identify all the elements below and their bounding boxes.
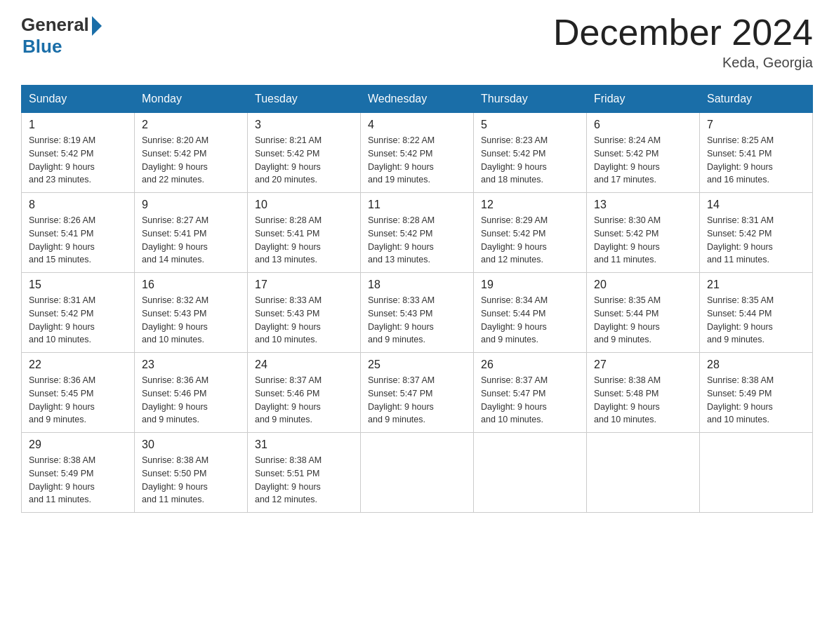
calendar-cell: 14Sunrise: 8:31 AM Sunset: 5:42 PM Dayli…	[700, 193, 813, 273]
day-info: Sunrise: 8:38 AM Sunset: 5:51 PM Dayligh…	[255, 454, 353, 507]
day-number: 19	[481, 279, 579, 291]
day-number: 24	[255, 358, 353, 371]
calendar-cell: 6Sunrise: 8:24 AM Sunset: 5:42 PM Daylig…	[587, 113, 700, 193]
calendar-week-row: 15Sunrise: 8:31 AM Sunset: 5:42 PM Dayli…	[22, 273, 813, 353]
day-number: 1	[29, 119, 127, 131]
day-info: Sunrise: 8:31 AM Sunset: 5:42 PM Dayligh…	[29, 294, 127, 347]
day-info: Sunrise: 8:19 AM Sunset: 5:42 PM Dayligh…	[29, 134, 127, 187]
calendar-cell: 11Sunrise: 8:28 AM Sunset: 5:42 PM Dayli…	[361, 193, 474, 273]
day-info: Sunrise: 8:35 AM Sunset: 5:44 PM Dayligh…	[594, 294, 692, 347]
calendar-cell: 30Sunrise: 8:38 AM Sunset: 5:50 PM Dayli…	[135, 433, 248, 513]
day-info: Sunrise: 8:25 AM Sunset: 5:41 PM Dayligh…	[707, 134, 805, 187]
day-number: 8	[29, 199, 127, 211]
calendar-cell: 19Sunrise: 8:34 AM Sunset: 5:44 PM Dayli…	[474, 273, 587, 353]
weekday-header-sunday: Sunday	[22, 86, 135, 113]
weekday-header-row: SundayMondayTuesdayWednesdayThursdayFrid…	[22, 86, 813, 113]
page-header: General Blue December 2024 Keda, Georgia	[21, 14, 813, 71]
day-number: 9	[142, 199, 240, 211]
calendar-cell: 23Sunrise: 8:36 AM Sunset: 5:46 PM Dayli…	[135, 353, 248, 433]
day-number: 31	[255, 438, 353, 451]
calendar-cell: 31Sunrise: 8:38 AM Sunset: 5:51 PM Dayli…	[248, 433, 361, 513]
day-number: 2	[142, 119, 240, 131]
calendar-cell: 29Sunrise: 8:38 AM Sunset: 5:49 PM Dayli…	[22, 433, 135, 513]
calendar-cell: 10Sunrise: 8:28 AM Sunset: 5:41 PM Dayli…	[248, 193, 361, 273]
day-number: 18	[368, 279, 466, 291]
calendar-cell: 15Sunrise: 8:31 AM Sunset: 5:42 PM Dayli…	[22, 273, 135, 353]
calendar-cell: 2Sunrise: 8:20 AM Sunset: 5:42 PM Daylig…	[135, 113, 248, 193]
day-number: 7	[707, 119, 805, 131]
calendar-cell: 20Sunrise: 8:35 AM Sunset: 5:44 PM Dayli…	[587, 273, 700, 353]
day-info: Sunrise: 8:33 AM Sunset: 5:43 PM Dayligh…	[368, 294, 466, 347]
location-label: Keda, Georgia	[553, 55, 813, 71]
weekday-header-tuesday: Tuesday	[248, 86, 361, 113]
calendar-cell: 9Sunrise: 8:27 AM Sunset: 5:41 PM Daylig…	[135, 193, 248, 273]
day-number: 17	[255, 279, 353, 291]
day-info: Sunrise: 8:28 AM Sunset: 5:41 PM Dayligh…	[255, 214, 353, 267]
calendar-cell: 4Sunrise: 8:22 AM Sunset: 5:42 PM Daylig…	[361, 113, 474, 193]
day-info: Sunrise: 8:37 AM Sunset: 5:46 PM Dayligh…	[255, 374, 353, 427]
day-info: Sunrise: 8:35 AM Sunset: 5:44 PM Dayligh…	[707, 294, 805, 347]
month-title: December 2024	[553, 14, 813, 51]
day-number: 23	[142, 358, 240, 371]
day-info: Sunrise: 8:23 AM Sunset: 5:42 PM Dayligh…	[481, 134, 579, 187]
day-info: Sunrise: 8:36 AM Sunset: 5:46 PM Dayligh…	[142, 374, 240, 427]
calendar-cell: 21Sunrise: 8:35 AM Sunset: 5:44 PM Dayli…	[700, 273, 813, 353]
day-number: 3	[255, 119, 353, 131]
logo-blue-text: Blue	[22, 36, 62, 58]
day-number: 20	[594, 279, 692, 291]
day-info: Sunrise: 8:38 AM Sunset: 5:49 PM Dayligh…	[707, 374, 805, 427]
weekday-header-wednesday: Wednesday	[361, 86, 474, 113]
day-info: Sunrise: 8:20 AM Sunset: 5:42 PM Dayligh…	[142, 134, 240, 187]
day-info: Sunrise: 8:29 AM Sunset: 5:42 PM Dayligh…	[481, 214, 579, 267]
day-number: 10	[255, 199, 353, 211]
calendar-cell: 18Sunrise: 8:33 AM Sunset: 5:43 PM Dayli…	[361, 273, 474, 353]
day-info: Sunrise: 8:22 AM Sunset: 5:42 PM Dayligh…	[368, 134, 466, 187]
day-info: Sunrise: 8:30 AM Sunset: 5:42 PM Dayligh…	[594, 214, 692, 267]
day-number: 6	[594, 119, 692, 131]
day-number: 14	[707, 199, 805, 211]
day-number: 16	[142, 279, 240, 291]
calendar-cell: 28Sunrise: 8:38 AM Sunset: 5:49 PM Dayli…	[700, 353, 813, 433]
day-info: Sunrise: 8:32 AM Sunset: 5:43 PM Dayligh…	[142, 294, 240, 347]
calendar-week-row: 1Sunrise: 8:19 AM Sunset: 5:42 PM Daylig…	[22, 113, 813, 193]
day-info: Sunrise: 8:33 AM Sunset: 5:43 PM Dayligh…	[255, 294, 353, 347]
calendar-week-row: 8Sunrise: 8:26 AM Sunset: 5:41 PM Daylig…	[22, 193, 813, 273]
day-info: Sunrise: 8:28 AM Sunset: 5:42 PM Dayligh…	[368, 214, 466, 267]
day-info: Sunrise: 8:36 AM Sunset: 5:45 PM Dayligh…	[29, 374, 127, 427]
calendar-table: SundayMondayTuesdayWednesdayThursdayFrid…	[21, 85, 813, 513]
calendar-cell: 7Sunrise: 8:25 AM Sunset: 5:41 PM Daylig…	[700, 113, 813, 193]
calendar-cell: 27Sunrise: 8:38 AM Sunset: 5:48 PM Dayli…	[587, 353, 700, 433]
logo-arrow-icon	[92, 16, 102, 36]
day-info: Sunrise: 8:34 AM Sunset: 5:44 PM Dayligh…	[481, 294, 579, 347]
day-number: 22	[29, 358, 127, 371]
day-number: 25	[368, 358, 466, 371]
day-number: 4	[368, 119, 466, 131]
day-number: 11	[368, 199, 466, 211]
calendar-cell	[700, 433, 813, 513]
calendar-week-row: 22Sunrise: 8:36 AM Sunset: 5:45 PM Dayli…	[22, 353, 813, 433]
title-section: December 2024 Keda, Georgia	[553, 14, 813, 71]
weekday-header-monday: Monday	[135, 86, 248, 113]
day-info: Sunrise: 8:38 AM Sunset: 5:50 PM Dayligh…	[142, 454, 240, 507]
weekday-header-thursday: Thursday	[474, 86, 587, 113]
calendar-cell: 3Sunrise: 8:21 AM Sunset: 5:42 PM Daylig…	[248, 113, 361, 193]
day-number: 29	[29, 438, 127, 451]
calendar-cell: 17Sunrise: 8:33 AM Sunset: 5:43 PM Dayli…	[248, 273, 361, 353]
day-info: Sunrise: 8:37 AM Sunset: 5:47 PM Dayligh…	[481, 374, 579, 427]
calendar-week-row: 29Sunrise: 8:38 AM Sunset: 5:49 PM Dayli…	[22, 433, 813, 513]
weekday-header-saturday: Saturday	[700, 86, 813, 113]
day-number: 21	[707, 279, 805, 291]
calendar-cell: 22Sunrise: 8:36 AM Sunset: 5:45 PM Dayli…	[22, 353, 135, 433]
logo-general-text: General	[21, 14, 89, 36]
calendar-cell: 24Sunrise: 8:37 AM Sunset: 5:46 PM Dayli…	[248, 353, 361, 433]
day-info: Sunrise: 8:24 AM Sunset: 5:42 PM Dayligh…	[594, 134, 692, 187]
day-number: 15	[29, 279, 127, 291]
calendar-cell: 8Sunrise: 8:26 AM Sunset: 5:41 PM Daylig…	[22, 193, 135, 273]
day-number: 5	[481, 119, 579, 131]
calendar-cell: 5Sunrise: 8:23 AM Sunset: 5:42 PM Daylig…	[474, 113, 587, 193]
calendar-cell	[474, 433, 587, 513]
day-number: 28	[707, 358, 805, 371]
day-number: 30	[142, 438, 240, 451]
calendar-cell: 26Sunrise: 8:37 AM Sunset: 5:47 PM Dayli…	[474, 353, 587, 433]
day-info: Sunrise: 8:27 AM Sunset: 5:41 PM Dayligh…	[142, 214, 240, 267]
